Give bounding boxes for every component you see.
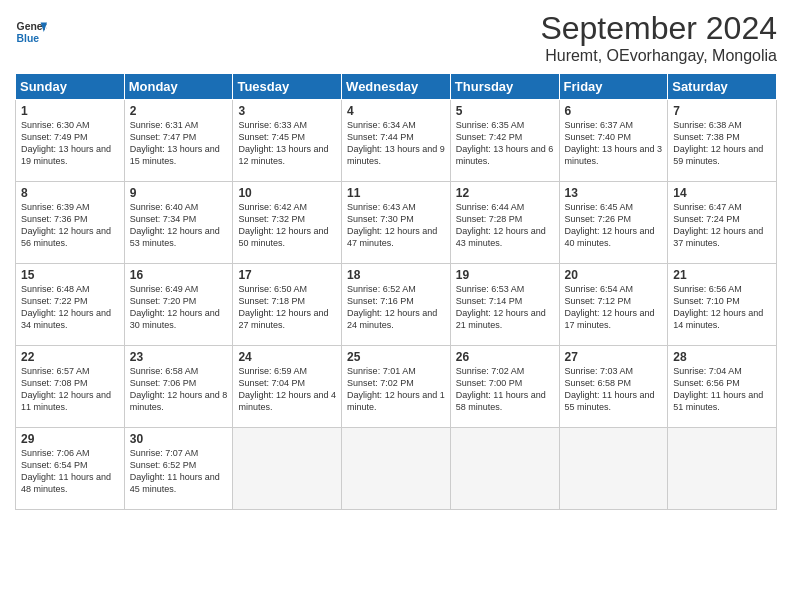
sunrise-text: Sunrise: 6:31 AM bbox=[130, 120, 199, 130]
calendar-row: 1 Sunrise: 6:30 AM Sunset: 7:49 PM Dayli… bbox=[16, 100, 777, 182]
sunrise-text: Sunrise: 6:43 AM bbox=[347, 202, 416, 212]
sunset-text: Sunset: 7:00 PM bbox=[456, 378, 523, 388]
table-row: 23 Sunrise: 6:58 AM Sunset: 7:06 PM Dayl… bbox=[124, 346, 233, 428]
sunrise-text: Sunrise: 6:30 AM bbox=[21, 120, 90, 130]
calendar-row: 8 Sunrise: 6:39 AM Sunset: 7:36 PM Dayli… bbox=[16, 182, 777, 264]
day-number: 14 bbox=[673, 186, 771, 200]
sunset-text: Sunset: 7:47 PM bbox=[130, 132, 197, 142]
day-number: 1 bbox=[21, 104, 119, 118]
header-monday: Monday bbox=[124, 74, 233, 100]
sunset-text: Sunset: 7:06 PM bbox=[130, 378, 197, 388]
day-number: 26 bbox=[456, 350, 554, 364]
daylight-text: Daylight: 12 hours and 59 minutes. bbox=[673, 144, 763, 166]
day-number: 8 bbox=[21, 186, 119, 200]
sunrise-text: Sunrise: 6:54 AM bbox=[565, 284, 634, 294]
table-row: 29 Sunrise: 7:06 AM Sunset: 6:54 PM Dayl… bbox=[16, 428, 125, 510]
daylight-text: Daylight: 12 hours and 14 minutes. bbox=[673, 308, 763, 330]
day-number: 24 bbox=[238, 350, 336, 364]
sunset-text: Sunset: 7:20 PM bbox=[130, 296, 197, 306]
sunset-text: Sunset: 7:44 PM bbox=[347, 132, 414, 142]
table-row bbox=[450, 428, 559, 510]
daylight-text: Daylight: 12 hours and 53 minutes. bbox=[130, 226, 220, 248]
sunrise-text: Sunrise: 7:02 AM bbox=[456, 366, 525, 376]
table-row bbox=[233, 428, 342, 510]
sunrise-text: Sunrise: 6:59 AM bbox=[238, 366, 307, 376]
daylight-text: Daylight: 12 hours and 27 minutes. bbox=[238, 308, 328, 330]
daylight-text: Daylight: 13 hours and 19 minutes. bbox=[21, 144, 111, 166]
table-row: 6 Sunrise: 6:37 AM Sunset: 7:40 PM Dayli… bbox=[559, 100, 668, 182]
sunset-text: Sunset: 7:26 PM bbox=[565, 214, 632, 224]
day-number: 19 bbox=[456, 268, 554, 282]
daylight-text: Daylight: 12 hours and 30 minutes. bbox=[130, 308, 220, 330]
sunrise-text: Sunrise: 7:01 AM bbox=[347, 366, 416, 376]
daylight-text: Daylight: 13 hours and 12 minutes. bbox=[238, 144, 328, 166]
day-number: 18 bbox=[347, 268, 445, 282]
table-row: 26 Sunrise: 7:02 AM Sunset: 7:00 PM Dayl… bbox=[450, 346, 559, 428]
header-sunday: Sunday bbox=[16, 74, 125, 100]
daylight-text: Daylight: 12 hours and 8 minutes. bbox=[130, 390, 228, 412]
table-row: 11 Sunrise: 6:43 AM Sunset: 7:30 PM Dayl… bbox=[342, 182, 451, 264]
table-row bbox=[668, 428, 777, 510]
day-number: 6 bbox=[565, 104, 663, 118]
sunrise-text: Sunrise: 6:42 AM bbox=[238, 202, 307, 212]
sunrise-text: Sunrise: 6:40 AM bbox=[130, 202, 199, 212]
day-number: 28 bbox=[673, 350, 771, 364]
sunset-text: Sunset: 7:28 PM bbox=[456, 214, 523, 224]
day-number: 20 bbox=[565, 268, 663, 282]
sunrise-text: Sunrise: 6:33 AM bbox=[238, 120, 307, 130]
sunset-text: Sunset: 7:30 PM bbox=[347, 214, 414, 224]
calendar-table: Sunday Monday Tuesday Wednesday Thursday… bbox=[15, 73, 777, 510]
page: General Blue September 2024 Huremt, OEvo… bbox=[0, 0, 792, 520]
sunrise-text: Sunrise: 7:03 AM bbox=[565, 366, 634, 376]
sunset-text: Sunset: 6:52 PM bbox=[130, 460, 197, 470]
sunset-text: Sunset: 7:02 PM bbox=[347, 378, 414, 388]
sunrise-text: Sunrise: 6:49 AM bbox=[130, 284, 199, 294]
daylight-text: Daylight: 13 hours and 9 minutes. bbox=[347, 144, 445, 166]
daylight-text: Daylight: 13 hours and 6 minutes. bbox=[456, 144, 554, 166]
daylight-text: Daylight: 12 hours and 56 minutes. bbox=[21, 226, 111, 248]
day-number: 2 bbox=[130, 104, 228, 118]
calendar-header-row: Sunday Monday Tuesday Wednesday Thursday… bbox=[16, 74, 777, 100]
table-row: 12 Sunrise: 6:44 AM Sunset: 7:28 PM Dayl… bbox=[450, 182, 559, 264]
day-number: 3 bbox=[238, 104, 336, 118]
sunset-text: Sunset: 7:45 PM bbox=[238, 132, 305, 142]
table-row bbox=[342, 428, 451, 510]
daylight-text: Daylight: 12 hours and 43 minutes. bbox=[456, 226, 546, 248]
sunrise-text: Sunrise: 6:47 AM bbox=[673, 202, 742, 212]
daylight-text: Daylight: 11 hours and 48 minutes. bbox=[21, 472, 111, 494]
calendar-row: 15 Sunrise: 6:48 AM Sunset: 7:22 PM Dayl… bbox=[16, 264, 777, 346]
daylight-text: Daylight: 13 hours and 15 minutes. bbox=[130, 144, 220, 166]
day-number: 21 bbox=[673, 268, 771, 282]
sunset-text: Sunset: 7:14 PM bbox=[456, 296, 523, 306]
header-friday: Friday bbox=[559, 74, 668, 100]
sunset-text: Sunset: 7:49 PM bbox=[21, 132, 88, 142]
daylight-text: Daylight: 11 hours and 51 minutes. bbox=[673, 390, 763, 412]
table-row: 5 Sunrise: 6:35 AM Sunset: 7:42 PM Dayli… bbox=[450, 100, 559, 182]
daylight-text: Daylight: 12 hours and 11 minutes. bbox=[21, 390, 111, 412]
day-number: 12 bbox=[456, 186, 554, 200]
sunrise-text: Sunrise: 6:48 AM bbox=[21, 284, 90, 294]
table-row: 25 Sunrise: 7:01 AM Sunset: 7:02 PM Dayl… bbox=[342, 346, 451, 428]
sunrise-text: Sunrise: 6:50 AM bbox=[238, 284, 307, 294]
table-row: 10 Sunrise: 6:42 AM Sunset: 7:32 PM Dayl… bbox=[233, 182, 342, 264]
daylight-text: Daylight: 12 hours and 40 minutes. bbox=[565, 226, 655, 248]
month-title: September 2024 bbox=[540, 10, 777, 47]
table-row: 22 Sunrise: 6:57 AM Sunset: 7:08 PM Dayl… bbox=[16, 346, 125, 428]
logo: General Blue bbox=[15, 16, 47, 48]
daylight-text: Daylight: 12 hours and 34 minutes. bbox=[21, 308, 111, 330]
table-row: 9 Sunrise: 6:40 AM Sunset: 7:34 PM Dayli… bbox=[124, 182, 233, 264]
sunrise-text: Sunrise: 6:38 AM bbox=[673, 120, 742, 130]
table-row: 27 Sunrise: 7:03 AM Sunset: 6:58 PM Dayl… bbox=[559, 346, 668, 428]
table-row: 14 Sunrise: 6:47 AM Sunset: 7:24 PM Dayl… bbox=[668, 182, 777, 264]
day-number: 15 bbox=[21, 268, 119, 282]
sunset-text: Sunset: 7:16 PM bbox=[347, 296, 414, 306]
daylight-text: Daylight: 12 hours and 37 minutes. bbox=[673, 226, 763, 248]
day-number: 25 bbox=[347, 350, 445, 364]
daylight-text: Daylight: 11 hours and 55 minutes. bbox=[565, 390, 655, 412]
sunrise-text: Sunrise: 6:45 AM bbox=[565, 202, 634, 212]
day-number: 16 bbox=[130, 268, 228, 282]
table-row: 18 Sunrise: 6:52 AM Sunset: 7:16 PM Dayl… bbox=[342, 264, 451, 346]
header: General Blue September 2024 Huremt, OEvo… bbox=[15, 10, 777, 65]
header-thursday: Thursday bbox=[450, 74, 559, 100]
sunset-text: Sunset: 6:58 PM bbox=[565, 378, 632, 388]
